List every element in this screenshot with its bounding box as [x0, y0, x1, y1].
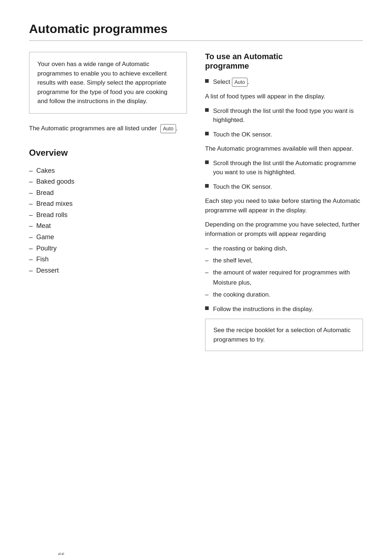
list-item: Cakes	[29, 165, 187, 176]
para-3: Each step you need to take before starti…	[205, 196, 363, 215]
bullet-item-4: Scroll through the list until the Automa…	[205, 159, 363, 177]
bullet-text-3: Touch the OK sensor.	[213, 130, 272, 139]
dash-item: the roasting or baking dish,	[205, 244, 363, 253]
left-column: Your oven has a wide range of Automatic …	[29, 52, 187, 351]
list-item: Meat	[29, 220, 187, 232]
bullet-icon-1	[205, 79, 209, 83]
bullet-text-5: Touch the OK sensor.	[213, 182, 272, 192]
bullet-text-6: Follow the instructions in the display.	[213, 305, 313, 314]
page-number: 66	[58, 552, 65, 555]
two-column-layout: Your oven has a wide range of Automatic …	[29, 52, 363, 351]
auto-badge-left: Auto	[160, 124, 176, 133]
intro-box: Your oven has a wide range of Automatic …	[29, 52, 187, 114]
right-column: To use an Automatic programme Select Aut…	[205, 52, 363, 351]
bullet-text-2: Scroll through the list until the food t…	[213, 106, 363, 125]
bullet-item-6: Follow the instructions in the display.	[205, 305, 363, 314]
overview-title: Overview	[29, 148, 187, 158]
right-section-title: To use an Automatic programme	[205, 52, 363, 71]
bullet-icon-6	[205, 306, 209, 310]
auto-note-prefix: The Automatic programmes are all listed …	[29, 125, 157, 132]
tip-text: See the recipe booklet for a selection o…	[213, 327, 351, 343]
bullet-item-1: Select Auto.	[205, 77, 363, 87]
bullet-icon-2	[205, 108, 209, 112]
list-item: Game	[29, 232, 187, 243]
bullet-item-3: Touch the OK sensor.	[205, 130, 363, 139]
page-title: Automatic programmes	[29, 22, 363, 41]
bullet-icon-3	[205, 132, 209, 135]
dash-item: the cooking duration.	[205, 290, 363, 299]
list-item: Fish	[29, 254, 187, 265]
intro-text: Your oven has a wide range of Automatic …	[37, 61, 167, 105]
bullet-text-1: Select Auto.	[213, 77, 249, 87]
bullet-icon-5	[205, 184, 209, 188]
list-item: Dessert	[29, 265, 187, 276]
dash-item: the amount of water required for program…	[205, 268, 363, 287]
list-item: Bread	[29, 187, 187, 199]
dash-list: the roasting or baking dish, the shelf l…	[205, 244, 363, 299]
bullet-icon-4	[205, 160, 209, 164]
list-item: Baked goods	[29, 176, 187, 187]
bullet-item-2: Scroll through the list until the food t…	[205, 106, 363, 125]
dash-item: the shelf level,	[205, 256, 363, 265]
overview-list: Cakes Baked goods Bread Bread mixes Brea…	[29, 165, 187, 276]
list-item: Poultry	[29, 243, 187, 254]
para-1: A list of food types will appear in the …	[205, 92, 363, 101]
para-4: Depending on the programme you have sele…	[205, 220, 363, 238]
page-wrapper: Automatic programmes Your oven has a wid…	[29, 22, 363, 555]
bullet-item-5: Touch the OK sensor.	[205, 182, 363, 192]
auto-note: The Automatic programmes are all listed …	[29, 124, 187, 133]
bullet-text-4: Scroll through the list until the Automa…	[213, 159, 363, 177]
para-2: The Automatic programmes available will …	[205, 144, 363, 154]
tip-box: See the recipe booklet for a selection o…	[205, 319, 363, 351]
auto-badge-right: Auto	[232, 78, 248, 87]
list-item: Bread mixes	[29, 198, 187, 209]
list-item: Bread rolls	[29, 209, 187, 221]
